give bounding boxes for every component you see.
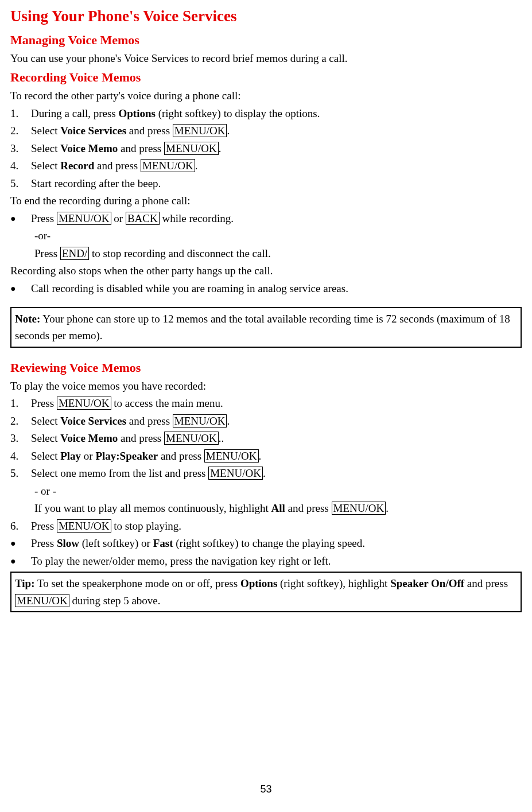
- section-heading-reviewing: Reviewing Voice Memos: [10, 358, 522, 377]
- bullet-text: Call recording is disabled while you are…: [31, 281, 522, 297]
- step-text: During a call, press Options (right soft…: [31, 106, 522, 122]
- speed-bullet: ● Press Slow (left softkey) or Fast (rig…: [10, 535, 522, 552]
- menu-ok-key: MENU/OK: [208, 467, 263, 480]
- step-number: 5.: [10, 176, 31, 192]
- reviewing-intro: To play the voice memos you have recorde…: [10, 378, 522, 395]
- bullet-text: Press Slow (left softkey) or Fast (right…: [31, 535, 522, 552]
- end-recording-bullet-1: ● Press MENU/OK or BACK while recording.: [10, 211, 522, 227]
- step-text: Select Voice Memo and press MENU/OK.: [31, 141, 522, 157]
- reviewing-step-5: 5. Select one memo from the list and pre…: [10, 465, 522, 482]
- end-recording-alt: Press END/ to stop recording and disconn…: [34, 246, 522, 262]
- voice-memo-label: Voice Memo: [60, 142, 118, 154]
- tip-label: Tip:: [15, 577, 35, 589]
- recording-step-3: 3. Select Voice Memo and press MENU/OK.: [10, 141, 522, 157]
- speaker-onoff-label: Speaker On/Off: [390, 577, 464, 589]
- page-title: Using Your Phone's Voice Services: [10, 5, 522, 28]
- step-text: Select Voice Services and press MENU/OK.: [31, 123, 522, 139]
- note-box: Note: Your phone can store up to 12 memo…: [10, 307, 522, 348]
- menu-ok-key: MENU/OK: [15, 594, 69, 607]
- reviewing-step-4: 4. Select Play or Play:Speaker and press…: [10, 448, 522, 465]
- step-text: Press MENU/OK to stop playing.: [31, 518, 522, 535]
- menu-ok-key: MENU/OK: [332, 502, 386, 515]
- step-text: Start recording after the beep.: [31, 176, 522, 192]
- end-recording-intro: To end the recording during a phone call…: [10, 193, 522, 209]
- fast-label: Fast: [153, 537, 173, 549]
- voice-services-label: Voice Services: [60, 125, 126, 137]
- voice-services-label: Voice Services: [60, 415, 126, 427]
- back-key: BACK: [126, 212, 160, 225]
- reviewing-step-3: 3. Select Voice Memo and press MENU/OK..: [10, 430, 522, 447]
- menu-ok-key: MENU/OK: [141, 159, 195, 172]
- menu-ok-key: MENU/OK: [57, 397, 111, 410]
- options-label: Options: [240, 577, 277, 589]
- step-number: 3.: [10, 141, 31, 157]
- step-number: 1.: [10, 395, 31, 412]
- voice-memo-label: Voice Memo: [60, 432, 118, 444]
- step-number: 4.: [10, 158, 31, 174]
- roaming-note-bullet: ● Call recording is disabled while you a…: [10, 281, 522, 297]
- bullet-text: To play the newer/older memo, press the …: [31, 553, 522, 570]
- reviewing-step-1: 1. Press MENU/OK to access the main menu…: [10, 395, 522, 412]
- end-key: END/: [60, 247, 89, 260]
- menu-ok-key: MENU/OK: [204, 449, 259, 463]
- step-text: Select Play or Play:Speaker and press ME…: [31, 448, 522, 465]
- menu-ok-key: MENU/OK: [173, 414, 227, 428]
- recording-step-2: 2. Select Voice Services and press MENU/…: [10, 123, 522, 139]
- play-label: Play: [60, 450, 81, 462]
- step-number: 5.: [10, 465, 31, 482]
- step-number: 6.: [10, 518, 31, 535]
- recording-step-1: 1. During a call, press Options (right s…: [10, 106, 522, 122]
- recording-stops-note: Recording also stops when the other part…: [10, 263, 522, 279]
- section-heading-managing: Managing Voice Memos: [10, 30, 522, 49]
- managing-intro: You can use your phone's Voice Services …: [10, 50, 522, 67]
- menu-ok-key: MENU/OK: [57, 519, 111, 533]
- menu-ok-key: MENU/OK: [164, 142, 219, 155]
- tip-box: Tip: To set the speakerphone mode on or …: [10, 572, 522, 612]
- step-text: Select one memo from the list and press …: [31, 465, 522, 482]
- step-number: 2.: [10, 413, 31, 430]
- or-separator: - or -: [34, 483, 522, 500]
- reviewing-step-5-alt: If you want to play all memos continuous…: [34, 500, 522, 517]
- reviewing-step-6: 6. Press MENU/OK to stop playing.: [10, 518, 522, 535]
- menu-ok-key: MENU/OK: [173, 124, 227, 137]
- menu-ok-key: MENU/OK: [164, 432, 219, 445]
- all-label: All: [271, 502, 285, 514]
- step-text: Select Voice Memo and press MENU/OK..: [31, 430, 522, 447]
- note-label: Note:: [15, 313, 40, 325]
- bullet-icon: ●: [10, 535, 31, 551]
- recording-step-5: 5. Start recording after the beep.: [10, 176, 522, 192]
- record-label: Record: [60, 160, 94, 172]
- recording-step-4: 4. Select Record and press MENU/OK.: [10, 158, 522, 174]
- section-heading-recording: Recording Voice Memos: [10, 68, 522, 87]
- slow-label: Slow: [57, 537, 79, 549]
- note-body: Your phone can store up to 12 memos and …: [15, 313, 510, 341]
- menu-ok-key: MENU/OK: [57, 212, 111, 225]
- step-text: Select Record and press MENU/OK.: [31, 158, 522, 174]
- play-speaker-label: Play:Speaker: [95, 450, 158, 462]
- bullet-icon: ●: [10, 281, 31, 297]
- step-number: 1.: [10, 106, 31, 122]
- recording-intro: To record the other party's voice during…: [10, 88, 522, 104]
- step-text: Press MENU/OK to access the main menu.: [31, 395, 522, 412]
- step-number: 2.: [10, 123, 31, 139]
- options-label: Options: [118, 107, 155, 119]
- reviewing-step-2: 2. Select Voice Services and press MENU/…: [10, 413, 522, 430]
- step-number: 3.: [10, 430, 31, 447]
- page-number: 53: [0, 782, 532, 797]
- bullet-text: Press MENU/OK or BACK while recording.: [31, 211, 522, 227]
- bullet-icon: ●: [10, 211, 31, 227]
- bullet-icon: ●: [10, 553, 31, 569]
- or-separator: -or-: [34, 228, 522, 244]
- step-text: Select Voice Services and press MENU/OK.: [31, 413, 522, 430]
- navigation-bullet: ● To play the newer/older memo, press th…: [10, 553, 522, 570]
- step-number: 4.: [10, 448, 31, 465]
